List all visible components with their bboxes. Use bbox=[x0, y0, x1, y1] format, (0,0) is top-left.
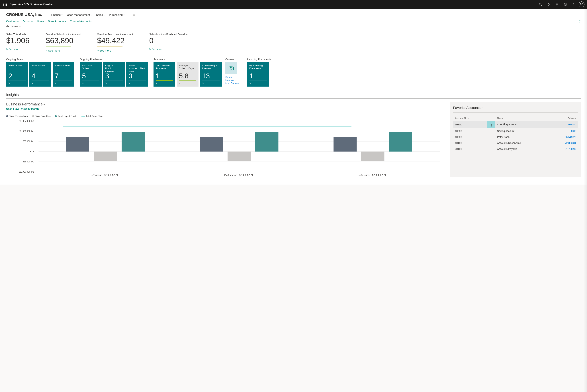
menu-purchasing[interactable]: Purchasing bbox=[107, 12, 127, 18]
activities-title: Activities bbox=[6, 24, 18, 28]
see-more-link[interactable]: >See more bbox=[149, 48, 187, 51]
subnav-customers[interactable]: Customers bbox=[6, 20, 19, 23]
menu-cash-management[interactable]: Cash Management bbox=[65, 12, 94, 18]
sub-navigation: CustomersVendorsItemsBank AccountsChart … bbox=[6, 20, 581, 23]
cell-balance[interactable]: 96,549.23 bbox=[548, 134, 578, 140]
kpi-value[interactable]: $1,906 bbox=[6, 36, 29, 45]
svg-rect-37 bbox=[228, 152, 251, 161]
chevron-down-icon bbox=[90, 13, 92, 16]
row-actions-icon[interactable] bbox=[487, 128, 495, 134]
svg-point-18 bbox=[230, 67, 232, 69]
business-performance-subtitle[interactable]: Cash Flow | View by Month bbox=[6, 108, 446, 110]
cell-account-no[interactable]: 10400 bbox=[453, 140, 487, 146]
table-row[interactable]: 10100Checking account1,638.40 bbox=[453, 121, 578, 128]
search-icon[interactable] bbox=[536, 0, 545, 9]
tile-my-incoming-documents[interactable]: My Incoming Documents1> bbox=[247, 62, 269, 86]
svg-text:0: 0 bbox=[30, 150, 34, 153]
group-camera: CameraCreate Incomin…from Camera bbox=[225, 58, 242, 86]
menu-finance[interactable]: Finance bbox=[49, 12, 65, 18]
tile-value: 2 bbox=[8, 72, 26, 80]
subnav-vendors[interactable]: Vendors bbox=[23, 20, 33, 23]
subnav-chart-of-accounts[interactable]: Chart of Accounts bbox=[70, 20, 91, 23]
see-more-link[interactable]: >See more bbox=[6, 48, 29, 51]
scrollbar[interactable] bbox=[584, 9, 587, 184]
user-avatar[interactable]: BC bbox=[579, 2, 585, 7]
row-actions-icon[interactable] bbox=[487, 121, 495, 128]
group-ongoing-purchases: Ongoing PurchasesPurchase Orders5>Ongoin… bbox=[80, 58, 148, 86]
camera-button[interactable] bbox=[225, 62, 237, 74]
row-actions-icon[interactable] bbox=[487, 146, 495, 152]
table-row[interactable]: 10200Saving account0.00 bbox=[453, 128, 578, 134]
table-row[interactable]: 20100Accounts Payable-51,750.97 bbox=[453, 146, 578, 152]
svg-text:Apr 2021: Apr 2021 bbox=[91, 174, 119, 176]
cell-account-no[interactable]: 10300 bbox=[453, 134, 487, 140]
cell-account-no[interactable]: 10200 bbox=[453, 128, 487, 134]
tile-sales-quotes[interactable]: Sales Quotes2> bbox=[6, 62, 28, 86]
tile-purch-invoices-next-week[interactable]: Purch. Invoices… Next Week0> bbox=[126, 62, 148, 86]
tile-label: Sales Invoices bbox=[55, 64, 72, 70]
company-name[interactable]: CRONUS USA, Inc. bbox=[6, 12, 42, 17]
chevron-right-icon: > bbox=[249, 82, 267, 85]
tile-outstanding-v-invoices[interactable]: Outstanding V… Invoices13> bbox=[200, 62, 222, 86]
cell-balance[interactable]: 72,893.84 bbox=[548, 140, 578, 146]
cell-account-no[interactable]: 10100 bbox=[453, 121, 487, 128]
tile-value: 4 bbox=[31, 72, 49, 80]
subnav-bank-accounts[interactable]: Bank Accounts bbox=[48, 20, 66, 23]
app-launcher-icon[interactable] bbox=[1, 0, 9, 9]
tile-sales-invoices[interactable]: Sales Invoices7> bbox=[53, 62, 74, 86]
cell-balance[interactable]: 1,638.40 bbox=[548, 121, 578, 128]
tile-value: 5.8 bbox=[179, 72, 196, 80]
col-balance[interactable]: Balance bbox=[548, 116, 578, 121]
see-more-link[interactable]: >See more bbox=[97, 49, 133, 52]
product-name: Dynamics 365 Business Central bbox=[9, 3, 53, 6]
kpi-value[interactable]: $63,890 bbox=[46, 36, 80, 45]
kpi-value[interactable]: $49,422 bbox=[97, 36, 133, 45]
tile-purchase-orders[interactable]: Purchase Orders5> bbox=[80, 62, 102, 86]
kpi-label: Sales This Month bbox=[6, 33, 29, 36]
group-ongoing-sales: Ongoing SalesSales Quotes2>Sales Orders4… bbox=[6, 58, 74, 86]
page-header: CRONUS USA, Inc. FinanceCash ManagementS… bbox=[6, 9, 581, 19]
see-more-link[interactable]: >See more bbox=[46, 49, 80, 52]
chevron-right-icon: > bbox=[202, 82, 220, 85]
svg-rect-8 bbox=[6, 5, 7, 6]
tile-sales-orders[interactable]: Sales Orders4> bbox=[29, 62, 51, 86]
kpi-value[interactable]: 0 bbox=[149, 36, 187, 45]
favorite-accounts-header[interactable]: Favorite Accounts bbox=[453, 106, 578, 110]
cell-account-no[interactable]: 20100 bbox=[453, 146, 487, 152]
menu-sales[interactable]: Sales bbox=[94, 12, 107, 18]
col-account-no[interactable]: Account No.↑ bbox=[453, 116, 487, 121]
table-row[interactable]: 10300Petty Cash96,549.23 bbox=[453, 134, 578, 140]
activities-header[interactable]: Activities bbox=[6, 24, 581, 28]
business-performance-panel: Business Performance Cash Flow | View by… bbox=[6, 102, 446, 177]
svg-rect-0 bbox=[3, 3, 4, 4]
cell-balance[interactable]: -51,750.97 bbox=[548, 146, 578, 152]
flag-icon[interactable] bbox=[553, 0, 561, 9]
svg-text:150k: 150k bbox=[19, 120, 34, 122]
cell-name: Accounts Payable bbox=[495, 146, 548, 152]
cell-name: Checking account bbox=[495, 121, 548, 128]
tile-average-collec-days[interactable]: Average Collec… Days5.8> bbox=[177, 62, 198, 86]
tile-label: Purch. Invoices… Next Week bbox=[128, 64, 146, 72]
settings-gear-icon[interactable] bbox=[561, 0, 570, 9]
cell-balance[interactable]: 0.00 bbox=[548, 128, 578, 134]
subnav-items[interactable]: Items bbox=[37, 20, 44, 23]
create-incoming-from-camera-link[interactable]: Create Incomin…from Camera bbox=[225, 76, 242, 85]
row-actions-icon[interactable] bbox=[487, 140, 495, 146]
chevron-right-icon: > bbox=[156, 82, 173, 85]
col-name[interactable]: Name bbox=[495, 116, 548, 121]
table-row[interactable]: 10400Accounts Receivable72,893.84 bbox=[453, 140, 578, 146]
svg-rect-3 bbox=[3, 4, 4, 5]
cash-flow-chart[interactable]: -100k-50k050k100k150kApr 2021May 2021Jun… bbox=[6, 119, 446, 177]
tile-label: Sales Quotes bbox=[8, 64, 26, 70]
tile-value: 13 bbox=[202, 72, 220, 80]
collapse-icon[interactable] bbox=[578, 20, 582, 24]
tile-ongoing-purch-invoices[interactable]: Ongoing Purch… Invoices3> bbox=[103, 62, 125, 86]
more-menu-icon[interactable] bbox=[131, 12, 138, 18]
notifications-icon[interactable] bbox=[545, 0, 553, 9]
help-icon[interactable] bbox=[570, 0, 578, 9]
tile-label: Ongoing Purch… Invoices bbox=[105, 64, 123, 72]
business-performance-header[interactable]: Business Performance bbox=[6, 102, 446, 106]
row-actions-icon[interactable] bbox=[487, 134, 495, 140]
chevron-down-icon bbox=[19, 25, 21, 28]
tile-unprocessed-payments[interactable]: Unprocessed Payments1> bbox=[153, 62, 175, 86]
